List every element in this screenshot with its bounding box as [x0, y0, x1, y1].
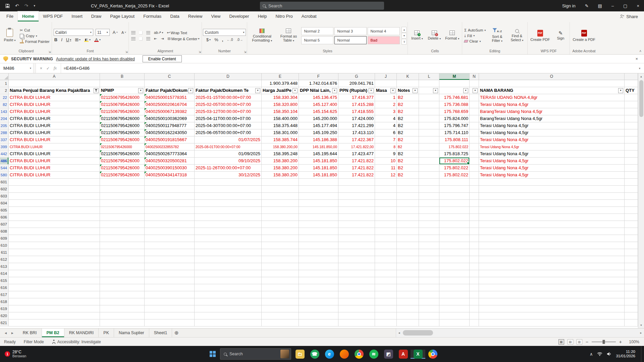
cell-j337[interactable]: 7 — [375, 136, 397, 143]
cell-l607[interactable] — [419, 221, 439, 228]
increase-indent-button[interactable]: ⇥ — [160, 36, 164, 41]
cell-l609[interactable] — [419, 235, 439, 242]
cell-l611[interactable] — [419, 249, 439, 256]
cell-d288[interactable]: 2025-06-05T00:00:00+07:00 — [195, 129, 262, 136]
cell-e617[interactable] — [262, 291, 299, 298]
cell-j607[interactable] — [375, 221, 397, 228]
cell-o205[interactable]: Terasi Udang Nona 4,5gr — [479, 122, 625, 129]
cell-k616[interactable] — [397, 284, 419, 291]
cell-m602[interactable] — [439, 186, 470, 193]
cell-o621[interactable] — [479, 319, 625, 326]
cell-e204[interactable]: 158.400.000 — [262, 115, 299, 122]
scroll-right-icon[interactable]: ► — [638, 331, 644, 335]
header-cell-n[interactable]: ▼ — [470, 87, 479, 94]
taskbar-weather-widget[interactable]: 1 28°C Berawan — [3, 346, 28, 362]
cell-e619[interactable] — [262, 305, 299, 312]
cell-m442[interactable]: 175.818.725 — [439, 150, 470, 158]
cell-c204[interactable]: 04002500100362069 — [145, 115, 195, 122]
cell-o22[interactable]: TERASI UDANG NONA 4,8gr — [479, 94, 625, 101]
cell-o288[interactable]: Terasi Udang Nona 4,5gr — [479, 129, 625, 136]
row-header-614[interactable]: 614 — [0, 270, 9, 277]
cell-k608[interactable] — [397, 228, 419, 235]
cell-m399[interactable]: 175.802.022 — [439, 143, 470, 150]
cell-k618[interactable] — [397, 298, 419, 305]
cell-c621[interactable] — [145, 319, 195, 326]
cell-p610[interactable] — [625, 242, 638, 249]
acrobat-create-pdf-button[interactable]: PDF Create a PDF — [571, 29, 597, 43]
find-select-button[interactable]: Find & Select ▾ — [507, 28, 526, 44]
cell-m620[interactable] — [439, 312, 470, 319]
row-header-616[interactable]: 616 — [0, 284, 9, 291]
cell-e399[interactable]: 158.380.200,00 — [262, 143, 299, 150]
cell-b610[interactable] — [100, 242, 145, 249]
cell-l204[interactable] — [419, 115, 439, 122]
cell-l288[interactable] — [419, 129, 439, 136]
cell-f618[interactable] — [299, 298, 338, 305]
cell-f580[interactable]: 145.181.850 — [299, 172, 338, 179]
cell-f614[interactable] — [299, 270, 338, 277]
cell-m616[interactable] — [439, 284, 470, 291]
taskbar-app-app-dark[interactable]: ◩ — [381, 350, 396, 359]
new-sheet-button[interactable]: ⊕ — [172, 328, 181, 337]
sort-filter-button[interactable]: A↓Z Sort & Filter ▾ — [488, 27, 506, 44]
cell-o604[interactable] — [479, 200, 625, 207]
taskbar-app-file-explorer[interactable]: 🗀 — [292, 350, 307, 359]
cell-j288[interactable]: 6 — [375, 129, 397, 136]
ribbon-display-options-icon[interactable]: ▤ — [593, 0, 607, 11]
row-header-609[interactable]: 609 — [0, 235, 9, 242]
cancel-icon[interactable]: × — [40, 66, 42, 71]
vertical-scroll-thumb[interactable] — [639, 80, 643, 117]
cell-b611[interactable] — [100, 249, 145, 256]
align-left-button[interactable] — [130, 37, 136, 41]
cell-g614[interactable] — [338, 270, 375, 277]
cell-1-k[interactable] — [397, 80, 419, 87]
cell-1-a[interactable] — [9, 80, 100, 87]
format-painter-button[interactable]: Format Painter — [19, 39, 51, 44]
ribbon-tab-view[interactable]: View — [207, 11, 225, 21]
cell-n442[interactable] — [470, 150, 479, 158]
cell-p611[interactable] — [625, 249, 638, 256]
cell-g22[interactable]: 17.416.377 — [338, 94, 375, 101]
cell-g620[interactable] — [338, 312, 375, 319]
cell-j606[interactable] — [375, 214, 397, 221]
cell-p615[interactable] — [625, 277, 638, 284]
header-cell-notes[interactable]: Notes▼ — [397, 87, 419, 94]
cell-p544[interactable] — [625, 165, 638, 172]
cell-l615[interactable] — [419, 277, 439, 284]
cell-e618[interactable] — [262, 298, 299, 305]
filter-dropdown-icon[interactable]: ▼ — [390, 88, 395, 93]
cell-b486[interactable]: 0211506795426000 — [100, 158, 145, 165]
sheet-tab-nama-suplier[interactable]: Nama Suplier — [114, 328, 149, 337]
cell-a601[interactable] — [9, 179, 100, 186]
cell-e544[interactable]: 158.380.200 — [262, 165, 299, 172]
cell-o606[interactable] — [479, 214, 625, 221]
increase-font-size-button[interactable]: A˄ — [112, 29, 118, 35]
cell-k544[interactable]: B2 — [397, 165, 419, 172]
cell-j620[interactable] — [375, 312, 397, 319]
horizontal-scrollbar[interactable]: ◄ ► — [396, 328, 644, 337]
normal-view-button[interactable]: ▦ — [558, 339, 564, 345]
show-hidden-icons-chevron[interactable]: ∧ — [590, 352, 593, 357]
cell-a486[interactable]: CITRA BUDI LUHUR — [9, 158, 100, 165]
cell-k486[interactable]: B2 — [397, 158, 419, 165]
filter-dropdown-icon[interactable]: ▼ — [433, 88, 438, 93]
cell-p399[interactable] — [625, 143, 638, 150]
cell-a580[interactable]: CITRA BUDI LUHUR — [9, 172, 100, 179]
cell-d615[interactable] — [195, 277, 262, 284]
header-cell-npwp[interactable]: NPWP▼ — [100, 87, 145, 94]
ribbon-tab-file[interactable]: File — [2, 11, 18, 21]
cell-b604[interactable] — [100, 200, 145, 207]
cell-j602[interactable] — [375, 186, 397, 193]
cell-l604[interactable] — [419, 200, 439, 207]
cell-b204[interactable]: 0211506795426000 — [100, 115, 145, 122]
cell-g605[interactable] — [338, 207, 375, 214]
cell-l621[interactable] — [419, 319, 439, 326]
cell-n143[interactable] — [470, 108, 479, 115]
cell-b607[interactable] — [100, 221, 145, 228]
ribbon-tab-developer[interactable]: Developer — [225, 11, 253, 21]
italic-button[interactable]: I — [60, 37, 63, 43]
cell-1-d[interactable] — [195, 80, 262, 87]
row-header-601[interactable]: 601 — [0, 179, 9, 186]
cell-m621[interactable] — [439, 319, 470, 326]
cell-c601[interactable] — [145, 179, 195, 186]
